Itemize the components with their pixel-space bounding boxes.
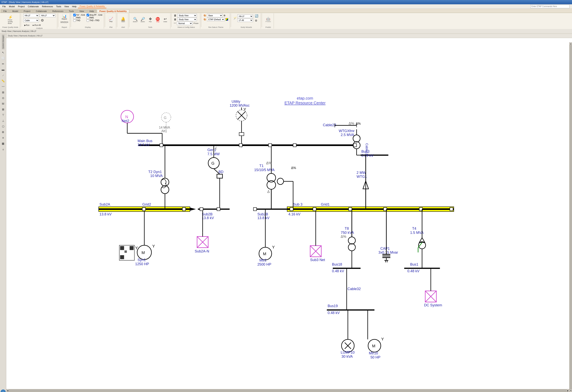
alert-btn[interactable]: 🔔 Alert	[119, 16, 127, 23]
sidebar-network-btn[interactable]: ⬡	[0, 124, 6, 129]
sidebar-qr-btn[interactable]: ▦	[0, 141, 6, 146]
rms2-checkbox[interactable]	[87, 16, 89, 19]
svg-text:0.48 kV: 0.48 kV	[332, 269, 344, 273]
zoom-out-tool-btn[interactable]: 🔎 Zoom-	[139, 16, 146, 23]
svg-text:DC System: DC System	[424, 303, 442, 307]
report-icon: 📊	[62, 15, 67, 18]
pv-checkbox-row: %V √Unit	[73, 14, 85, 16]
pv-checkbox[interactable]	[73, 14, 76, 16]
theme-combo[interactable]: ETAP (Default)	[207, 18, 225, 21]
sidebar-draw-btn[interactable]: ✏	[0, 61, 6, 66]
menu-file[interactable]: File	[1, 5, 7, 8]
ribbon-tab-references[interactable]: References	[50, 9, 66, 13]
ribbon-group-predict: 🤖 Predict Predict	[263, 13, 274, 29]
menu-references[interactable]: References	[40, 5, 54, 8]
sidebar-cap-btn[interactable]: ⊤	[0, 113, 6, 118]
svg-text:WTG1: WTG1	[357, 174, 367, 179]
system-manager-label[interactable]: System Manager	[2, 34, 4, 49]
menu-project[interactable]: Project	[16, 5, 26, 8]
menu-collaborate[interactable]: Collaborate	[26, 5, 40, 8]
sidebar-connect-btn[interactable]: ⟋	[0, 73, 6, 78]
menu-help[interactable]: Help	[71, 5, 78, 8]
scroll-thumb-v[interactable]	[570, 45, 572, 389]
refresh-btn[interactable]: 🔄	[254, 14, 259, 18]
menu-view[interactable]: View	[63, 5, 71, 8]
ribbon-tab-pq[interactable]: Power Quality & Reliability	[97, 9, 129, 13]
sidebar-earth-btn[interactable]: ⏚	[0, 147, 6, 152]
ribbon-tab-help[interactable]: Help	[87, 9, 96, 13]
svg-text:Δ%: Δ%	[266, 161, 272, 165]
sidebar-transformer-btn[interactable]: ⊞	[0, 90, 6, 95]
scroll-up-btn[interactable]: ▲	[570, 42, 572, 45]
scroll-thumb-h[interactable]	[9, 389, 567, 392]
sidebar-measure-btn[interactable]: 📏	[0, 78, 6, 83]
menu-tools[interactable]: Tools	[54, 5, 63, 8]
pan-tool-btn[interactable]: ✥ Pan	[147, 16, 154, 23]
sidebar-layers-btn[interactable]: ≡	[0, 135, 6, 140]
analysis-study-combo[interactable]: HA-LF	[23, 14, 39, 17]
scroll-down-btn[interactable]: ▼	[570, 389, 572, 392]
ribbon-tab-model[interactable]: Model	[10, 9, 21, 13]
rms-checkbox[interactable]	[73, 16, 76, 19]
scroll-right-btn[interactable]: ▶	[567, 389, 569, 392]
svg-text:Cable28: Cable28	[323, 123, 336, 127]
ribbon-tab-tools[interactable]: Tools	[66, 9, 76, 13]
plot-btn[interactable]: 📈 Plot	[107, 16, 114, 23]
sidebar-select-btn[interactable]: ⬜	[0, 56, 6, 61]
analysis-options-btn[interactable]: ⚙	[40, 18, 45, 23]
horizontal-scrollbar[interactable]: ◀ ▶	[6, 389, 569, 392]
ampf-checkbox[interactable]	[87, 14, 89, 16]
base-combo[interactable]: Base	[207, 14, 223, 17]
svg-text:Y: Y	[135, 246, 138, 250]
ribbon-tab-file[interactable]: File	[1, 9, 9, 13]
vertical-scrollbar[interactable]: ▲ ▼	[569, 42, 572, 392]
undo-tool-btn[interactable]: ↩ Undo	[162, 16, 169, 23]
rms-checkbox-row: RMS	[73, 16, 85, 19]
run-all-btn[interactable]: ⏭ Run All	[32, 24, 42, 27]
wizard-settings-btn[interactable]: ⚙	[254, 18, 259, 23]
phase-combo[interactable]: Normal	[177, 22, 192, 25]
wizards-group-label: Study Wizards	[240, 26, 252, 28]
svg-text:M: M	[372, 344, 375, 348]
thd2-checkbox[interactable]	[87, 19, 89, 22]
study-wizard-combo[interactable]: HA-LF	[238, 15, 253, 18]
svg-rect-186	[313, 208, 316, 211]
svg-text:N: N	[125, 115, 128, 119]
command-search[interactable]	[530, 5, 570, 8]
sidebar-settings-btn[interactable]: ⚙	[0, 130, 6, 135]
svg-text:13.8 kV: 13.8 kV	[257, 216, 270, 220]
sidebar-pointer-btn[interactable]: ↖	[0, 50, 6, 55]
sidebar-bus-btn[interactable]: ▬	[0, 67, 6, 72]
run-btn[interactable]: ▶ Run	[23, 24, 30, 27]
diagram-canvas[interactable]: etap.com ETAP Resource Center Main Bus 3…	[6, 38, 572, 392]
scroll-left-btn[interactable]: ◀	[6, 389, 9, 392]
sidebar-motor-btn[interactable]: M	[0, 101, 6, 106]
menu-model[interactable]: Model	[7, 5, 16, 8]
view2-combo[interactable]: Study View	[177, 18, 197, 21]
svg-text:2500 HP: 2500 HP	[257, 262, 271, 266]
view1-combo[interactable]: Study View	[177, 14, 197, 17]
svg-text:BD: BD	[218, 170, 223, 174]
thd-checkbox[interactable]	[73, 19, 76, 22]
sidebar-load-btn[interactable]: ⊠	[0, 107, 6, 112]
report-btn[interactable]: 📊 Report	[61, 14, 68, 21]
title-bar: ETAP - [Study View | Harmonic Analysis |…	[0, 0, 572, 4]
sidebar-generator-btn[interactable]: ⊙	[0, 96, 6, 100]
ribbon-tab-view[interactable]: View	[77, 9, 87, 13]
ribbon-group-display: %V √Unit RMS THD Amp,PF	[72, 13, 104, 29]
sidebar-info-btn[interactable]: i	[0, 390, 6, 392]
analysis-cable-combo[interactable]: Cable	[23, 19, 39, 22]
run-icon: ▶	[24, 24, 26, 26]
predict-btn[interactable]: 🤖 Predict	[264, 16, 272, 23]
lf-wizard-combo[interactable]: LF-All	[238, 18, 253, 22]
analysis-type-combo[interactable]: HA-LF	[40, 14, 55, 17]
svg-text:Mtr10: Mtr10	[369, 351, 378, 355]
menu-pq[interactable]: Power Quality & Reliability	[78, 5, 106, 8]
sidebar-filter-btn[interactable]: ⊥	[0, 118, 6, 123]
zoom-in-tool-btn[interactable]: 🔍 Zoom+	[132, 16, 139, 23]
sidebar-cable-btn[interactable]: 〰	[0, 84, 6, 89]
stop-tool-btn[interactable]: ⛔ Stop	[154, 16, 161, 23]
pq-mode-button[interactable]: ⚡ PowerQualityMode	[7, 15, 14, 25]
ribbon-tab-collaborate[interactable]: Collaborate	[33, 9, 49, 13]
ribbon-tab-project[interactable]: Project	[21, 9, 33, 13]
